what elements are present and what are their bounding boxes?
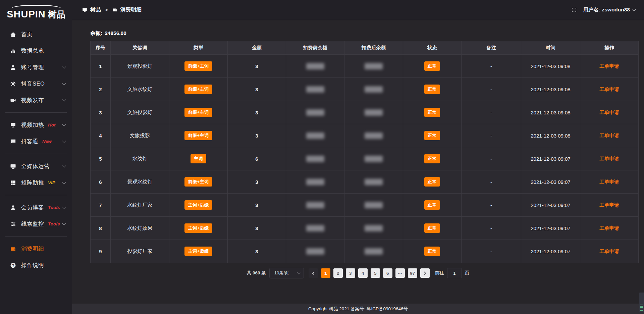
masked-value bbox=[365, 86, 383, 93]
sidebar-item-label: 视频加热 bbox=[21, 121, 44, 129]
user-dropdown[interactable]: 用户名: zswodun88 bbox=[583, 6, 635, 13]
chevron-down-icon bbox=[62, 81, 66, 85]
chevron-down-icon bbox=[297, 271, 300, 274]
cell-amount: 3 bbox=[228, 101, 286, 124]
sidebar-item-media-ops[interactable]: 全媒体运营 bbox=[0, 158, 72, 174]
cell-time: 2021-12-03 09:07 bbox=[521, 217, 580, 240]
cell-amount: 3 bbox=[228, 55, 286, 78]
main-content: 余额:24856.00 序号关键词类型金额扣费前余额扣费后余额状态备注时间操作 … bbox=[72, 20, 644, 314]
cell-remark: - bbox=[462, 55, 521, 78]
cell-remark: - bbox=[462, 78, 521, 101]
sidebar-item-consume-detail[interactable]: 消费明细 bbox=[0, 241, 72, 257]
sidebar-item-data-overview[interactable]: 数据总览 bbox=[0, 43, 72, 59]
page-button-2[interactable]: 2 bbox=[333, 268, 343, 278]
status-badge: 正常 bbox=[424, 61, 440, 71]
cell-remark: - bbox=[462, 217, 521, 240]
logo-text-cn: 树品 bbox=[48, 9, 65, 20]
cell-keyword: 投影灯厂家 bbox=[111, 240, 169, 263]
cell-keyword: 景观水纹灯 bbox=[111, 170, 169, 194]
cell-action: 工单申请 bbox=[580, 55, 639, 78]
type-badge: 主词+后缀 bbox=[184, 200, 212, 210]
breadcrumb-root[interactable]: 树品 bbox=[90, 6, 101, 13]
sidebar-item-label: 抖客通 bbox=[21, 138, 38, 145]
cell-type: 主词+后缀 bbox=[169, 217, 228, 240]
page-size-select[interactable]: 10条/页 bbox=[269, 268, 304, 278]
page-button-97[interactable]: 97 bbox=[408, 268, 417, 278]
ticket-request-link[interactable]: 工单申请 bbox=[600, 179, 619, 185]
sidebar-item-home[interactable]: 首页 bbox=[0, 26, 72, 43]
sidebar-divider bbox=[5, 112, 67, 113]
page-button-4[interactable]: 4 bbox=[358, 268, 368, 278]
cell-type: 前缀+主词 bbox=[169, 101, 228, 124]
cell-keyword: 文旅投影灯 bbox=[111, 101, 169, 124]
cell-amount: 3 bbox=[228, 170, 286, 194]
sidebar-item-doukewtong[interactable]: 抖客通New bbox=[0, 133, 72, 150]
goto-unit-label: 页 bbox=[465, 270, 470, 276]
sidebar-item-video-publish[interactable]: 视频发布 bbox=[0, 92, 72, 108]
sidebar-item-douyin-seo[interactable]: 抖音SEO bbox=[0, 75, 72, 92]
ticket-request-link[interactable]: 工单申请 bbox=[600, 156, 619, 162]
status-badge: 正常 bbox=[424, 154, 440, 163]
sidebar-item-help[interactable]: ?操作说明 bbox=[0, 257, 72, 273]
column-header: 状态 bbox=[403, 41, 462, 55]
sidebar-item-tag: VIP bbox=[48, 180, 55, 185]
cell-type: 前缀+主词 bbox=[169, 78, 228, 101]
cell-action: 工单申请 bbox=[580, 240, 639, 263]
sidebar-item-video-heat[interactable]: 视频加热Hot bbox=[0, 117, 72, 133]
column-header: 类型 bbox=[169, 41, 228, 55]
cell-keyword: 文旅投影 bbox=[111, 124, 169, 147]
page-button-3[interactable]: 3 bbox=[346, 268, 355, 278]
cell-index: 6 bbox=[91, 170, 111, 194]
cell-status: 正常 bbox=[403, 217, 462, 240]
help-icon: ? bbox=[10, 262, 16, 268]
sliders-icon bbox=[10, 221, 16, 227]
prev-page-button[interactable] bbox=[309, 268, 318, 278]
cell-type: 主词+后缀 bbox=[169, 240, 228, 263]
ticket-request-link[interactable]: 工单申请 bbox=[600, 86, 619, 93]
cell-balance-after bbox=[344, 240, 403, 263]
masked-value bbox=[365, 225, 383, 231]
page-button-1[interactable]: 1 bbox=[321, 268, 330, 278]
sidebar-item-clue-monitor[interactable]: 线索监控Tools bbox=[0, 216, 72, 232]
sidebar-item-tag: Hot bbox=[48, 122, 56, 127]
logo-arc-decoration bbox=[11, 5, 61, 8]
ticket-request-link[interactable]: 工单申请 bbox=[600, 202, 619, 208]
type-badge: 前缀+主词 bbox=[184, 131, 212, 140]
total-count-label: 共 969 条 bbox=[247, 270, 266, 276]
home-icon bbox=[10, 32, 16, 38]
page-button-6[interactable]: 6 bbox=[383, 268, 392, 278]
fullscreen-icon[interactable] bbox=[571, 7, 577, 13]
sidebar-item-label: 消费明细 bbox=[21, 245, 44, 253]
cell-type: 前缀+主词 bbox=[169, 55, 228, 78]
masked-value bbox=[365, 133, 383, 139]
goto-page-input[interactable] bbox=[447, 268, 462, 278]
ticket-request-link[interactable]: 工单申请 bbox=[600, 133, 619, 139]
page-button-5[interactable]: 5 bbox=[371, 268, 380, 278]
table-row: 8水纹灯效果主词+后缀3正常-2021-12-03 09:07工单申请 bbox=[91, 217, 639, 240]
cell-action: 工单申请 bbox=[580, 194, 639, 217]
more-pages-button[interactable]: ••• bbox=[395, 268, 405, 278]
floating-contact-widget[interactable] bbox=[639, 293, 644, 312]
sidebar: SHUPIN 树品 首页数据总览账号管理抖音SEO视频发布视频加热Hot抖客通N… bbox=[0, 0, 72, 314]
ticket-request-link[interactable]: 工单申请 bbox=[600, 63, 619, 69]
app-icon bbox=[82, 7, 87, 12]
next-page-button[interactable] bbox=[420, 268, 430, 278]
ticket-request-link[interactable]: 工单申请 bbox=[600, 225, 619, 231]
status-badge: 正常 bbox=[424, 177, 440, 187]
status-badge: 正常 bbox=[424, 108, 440, 117]
sidebar-item-member-burst[interactable]: 会员爆客Tools bbox=[0, 199, 72, 216]
cell-keyword: 景观投影灯 bbox=[111, 55, 169, 78]
cell-time: 2021-12-03 09:08 bbox=[521, 78, 580, 101]
cell-type: 主词 bbox=[169, 147, 228, 170]
ticket-request-link[interactable]: 工单申请 bbox=[600, 248, 619, 255]
topbar: 树品 > 消费明细 用户名: zswodun88 bbox=[72, 0, 644, 20]
cell-amount: 3 bbox=[228, 78, 286, 101]
sidebar-item-account[interactable]: 账号管理 bbox=[0, 59, 72, 75]
publish-icon bbox=[10, 97, 16, 103]
ticket-request-link[interactable]: 工单申请 bbox=[600, 109, 619, 116]
status-badge: 正常 bbox=[424, 131, 440, 140]
breadcrumb-current[interactable]: 消费明细 bbox=[120, 6, 142, 13]
status-badge: 正常 bbox=[424, 223, 440, 233]
cell-action: 工单申请 bbox=[580, 78, 639, 101]
sidebar-item-matrix-boost[interactable]: 矩阵助推VIP bbox=[0, 174, 72, 191]
